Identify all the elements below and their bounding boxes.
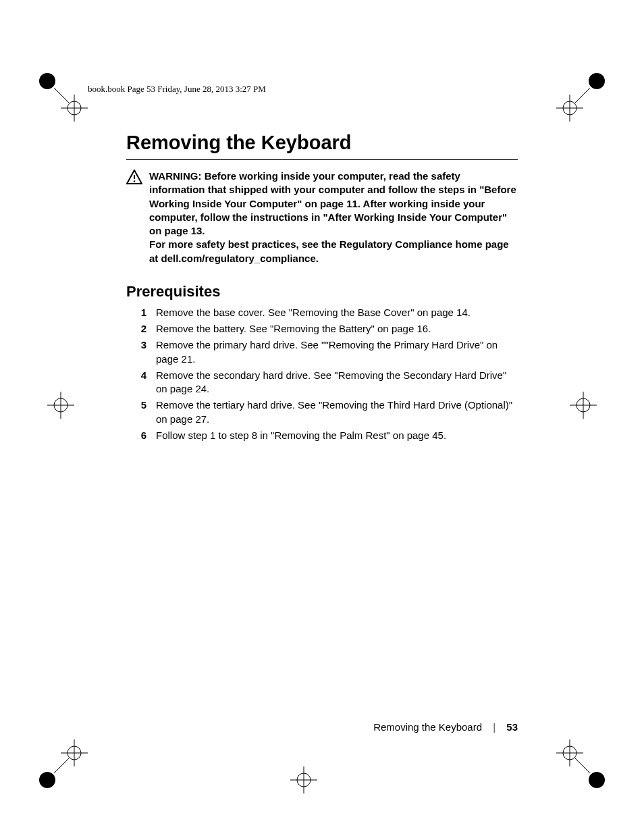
svg-point-24 — [589, 772, 605, 788]
svg-line-4 — [54, 88, 69, 103]
warning-label: WARNING: — [149, 170, 202, 182]
page-footer: Removing the Keyboard | 53 — [126, 721, 518, 733]
reg-mark-icon — [549, 733, 610, 793]
rule — [126, 159, 518, 160]
reg-mark-icon — [570, 392, 597, 419]
list-item: 6Follow step 1 to step 8 in "Removing th… — [126, 429, 518, 442]
footer-separator: | — [493, 721, 495, 733]
content: Removing the Keyboard WARNING: Before wo… — [126, 132, 518, 445]
svg-line-28 — [575, 758, 590, 773]
list-item: 3Remove the primary hard drive. See ""Re… — [126, 338, 518, 366]
reg-mark-icon — [290, 766, 317, 793]
list-item: 1Remove the base cover. See "Removing th… — [126, 306, 518, 319]
svg-point-0 — [39, 73, 55, 89]
list-item: 2Remove the battery. See "Removing the B… — [126, 322, 518, 336]
warning-icon — [126, 170, 142, 187]
reg-mark-icon — [47, 392, 74, 419]
section-heading: Prerequisites — [126, 283, 518, 301]
warning-text: WARNING: Before working inside your comp… — [149, 170, 518, 265]
list-item: 4Remove the secondary hard drive. See "R… — [126, 369, 518, 396]
svg-point-5 — [589, 73, 605, 89]
warning-body-1: Before working inside your computer, rea… — [149, 170, 516, 236]
list-item: 5Remove the tertiary hard drive. See "Re… — [126, 398, 518, 426]
warning-block: WARNING: Before working inside your comp… — [126, 170, 518, 265]
warning-body-2: For more safety best practices, see the … — [149, 238, 509, 263]
svg-line-20 — [54, 758, 69, 773]
reg-mark-icon — [34, 733, 95, 793]
footer-title: Removing the Keyboard — [373, 721, 482, 733]
reg-mark-icon — [34, 68, 95, 128]
reg-mark-icon — [549, 68, 610, 128]
svg-line-9 — [575, 88, 590, 103]
print-header: book.book Page 53 Friday, June 28, 2013 … — [88, 84, 266, 95]
page-number: 53 — [506, 721, 518, 733]
page: book.book Page 53 Friday, June 28, 2013 … — [0, 0, 644, 834]
svg-point-16 — [39, 772, 55, 788]
svg-point-30 — [134, 180, 136, 182]
page-title: Removing the Keyboard — [126, 132, 518, 154]
prerequisites-list: 1Remove the base cover. See "Removing th… — [126, 306, 518, 442]
